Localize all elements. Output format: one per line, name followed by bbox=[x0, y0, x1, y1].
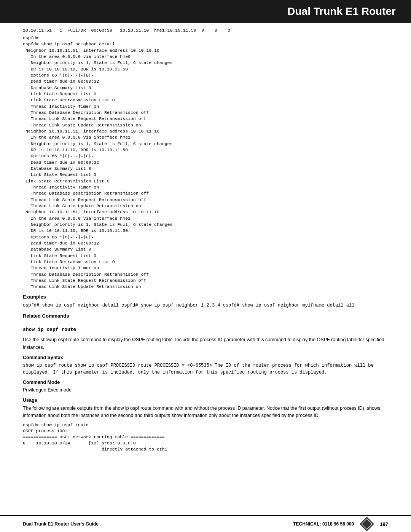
brand-logo-icon bbox=[360, 517, 374, 531]
terminal-line-first: 10.10.11.51 1 Full/DR 00:00:38 10.10.11.… bbox=[23, 27, 388, 34]
page-number: 197 bbox=[380, 521, 388, 527]
header-banner: Dual Trunk E1 Router bbox=[0, 0, 411, 23]
command-mode-heading: Command Mode bbox=[23, 379, 388, 386]
usage-heading: Usage bbox=[23, 397, 388, 404]
footer-technical: TECHNICAL: 0118 96 56 000 bbox=[293, 521, 354, 527]
show-ip-ospf-route-section: show ip ospf route Use the show ip ospf … bbox=[23, 326, 388, 452]
svg-rect-0 bbox=[360, 517, 374, 531]
command-mode-text: Priviledged Exec mode bbox=[23, 387, 388, 394]
usage-text: The following are sample outputs from th… bbox=[23, 405, 388, 420]
footer: Dual Trunk E1 Router User's Guide TECHNI… bbox=[0, 515, 411, 532]
syntax-block: show ip ospf route show ip ospf PROCESSI… bbox=[23, 362, 388, 376]
examples-heading: Examples bbox=[23, 293, 388, 301]
main-content: 10.10.11.51 1 Full/DR 00:00:38 10.10.11.… bbox=[0, 23, 411, 463]
footer-left: Dual Trunk E1 Router User's Guide bbox=[23, 521, 99, 527]
command-syntax-heading: Command Syntax bbox=[23, 354, 388, 361]
footer-right: TECHNICAL: 0118 96 56 000 197 bbox=[293, 517, 388, 531]
terminal-block: ospfd# ospfd# show ip ospf neighbor deta… bbox=[23, 35, 388, 290]
command-name: show ip ospf route bbox=[23, 326, 388, 334]
command-description: Use the show ip ospf route command to di… bbox=[23, 336, 388, 351]
related-commands-heading: Related Commands bbox=[23, 312, 388, 320]
page-title: Dual Trunk E1 Router bbox=[287, 5, 396, 18]
examples-block: ospfd# show ip ospf neighbor detail ospf… bbox=[23, 302, 388, 309]
sample-output-block: ospfd# show ip ospf route OSPF process 1… bbox=[23, 422, 388, 452]
